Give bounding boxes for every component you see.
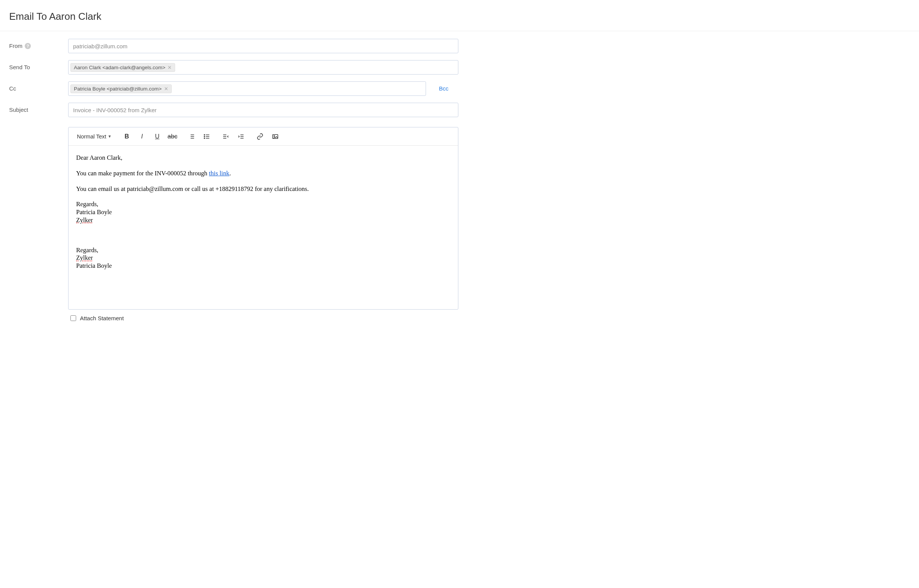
signature-line: Patricia Boyle [76,262,451,270]
svg-point-10 [204,136,205,137]
editor-row: Normal Text ▼ B I U abc [9,124,910,321]
from-row: From ? [9,39,910,53]
strikethrough-button[interactable]: abc [165,129,180,144]
from-label: From ? [9,39,68,49]
signature-line: Zylker [76,216,451,225]
svg-point-9 [204,134,205,135]
svg-point-19 [274,136,274,136]
cc-label: Cc [9,81,68,92]
payment-link[interactable]: this link [209,170,230,177]
underline-button[interactable]: U [150,129,165,144]
recipient-chip[interactable]: Aaron Clark <adam-clark@angels.com> ✕ [70,63,175,72]
chip-label: Patricia Boyle <patriciab@zillum.com> [74,86,162,92]
close-icon[interactable]: ✕ [167,65,172,70]
editor: Normal Text ▼ B I U abc [68,127,459,310]
ordered-list-icon [188,133,195,140]
from-input[interactable] [68,39,459,53]
unordered-list-button[interactable] [199,129,214,144]
indent-icon [238,133,245,140]
sendto-row: Send To Aaron Clark <adam-clark@angels.c… [9,60,910,74]
editor-toolbar: Normal Text ▼ B I U abc [68,128,458,146]
ordered-list-button[interactable] [184,129,199,144]
signature-line: Zylker [76,254,451,262]
svg-point-11 [204,138,205,139]
cc-input[interactable]: Patricia Boyle <patriciab@zillum.com> ✕ [68,81,426,96]
editor-body[interactable]: Dear Aaron Clark, You can make payment f… [68,146,458,309]
bcc-link[interactable]: Bcc [439,81,449,92]
editor-label [9,124,68,128]
spellcheck-word: Zylker [76,254,93,261]
attach-statement-checkbox[interactable] [70,315,76,321]
body-text: . [229,170,231,177]
unordered-list-icon [203,133,210,140]
signature-line: Regards, [76,246,451,254]
subject-label-text: Subject [9,107,28,113]
body-text: You can make payment for the INV-000052 … [76,170,209,177]
chevron-down-icon: ▼ [108,134,112,139]
bold-button[interactable]: B [119,129,135,144]
email-form: From ? Send To Aaron Clark <adam-clark@a… [0,31,919,336]
block-style-label: Normal Text [77,134,106,140]
sendto-input[interactable]: Aaron Clark <adam-clark@angels.com> ✕ [68,60,459,74]
indent-button[interactable] [233,129,249,144]
close-icon[interactable]: ✕ [164,86,168,91]
sendto-label: Send To [9,60,68,70]
help-icon[interactable]: ? [25,43,31,49]
cc-chip[interactable]: Patricia Boyle <patriciab@zillum.com> ✕ [70,84,172,93]
subject-input[interactable] [68,103,459,117]
from-label-text: From [9,43,23,49]
signature-line: Regards, [76,200,451,208]
chip-label: Aaron Clark <adam-clark@angels.com> [74,65,165,70]
sendto-label-text: Send To [9,64,30,70]
body-paragraph: You can make payment for the INV-000052 … [76,170,451,178]
page-title: Email To Aaron Clark [0,0,919,31]
link-button[interactable] [253,129,267,144]
image-button[interactable] [267,129,283,144]
subject-row: Subject [9,103,910,117]
spellcheck-word: Zylker [76,216,93,224]
attach-statement-row: Attach Statement [68,310,459,321]
outdent-icon [222,133,229,140]
greeting-line: Dear Aaron Clark, [76,154,451,162]
outdent-button[interactable] [218,129,233,144]
image-icon [272,133,279,140]
cc-row: Cc Patricia Boyle <patriciab@zillum.com>… [9,81,910,96]
italic-button[interactable]: I [135,129,150,144]
attach-statement-label: Attach Statement [80,315,124,321]
spacer [76,232,451,239]
signature-line: Patricia Boyle [76,208,451,216]
block-style-dropdown[interactable]: Normal Text ▼ [73,131,115,142]
body-paragraph: You can email us at patriciab@zillum.com… [76,185,451,193]
link-icon [256,133,263,140]
subject-label: Subject [9,103,68,113]
cc-label-text: Cc [9,85,16,92]
